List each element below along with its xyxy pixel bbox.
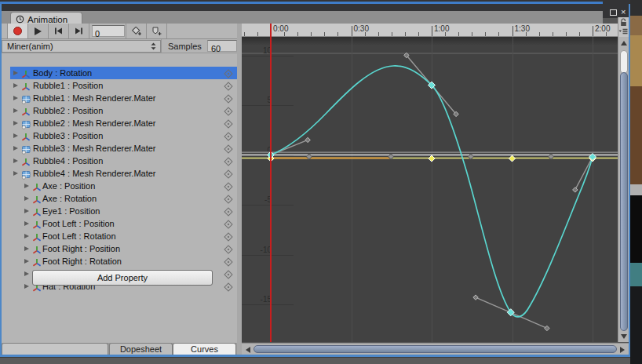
curve-editor-canvas[interactable]: 1050-5-10-15: [242, 37, 618, 342]
current-frame-field[interactable]: [92, 25, 125, 37]
transform-icon: [32, 181, 42, 191]
keyframe-yellow[interactable]: [509, 155, 516, 162]
vertical-scroll-thumb[interactable]: [620, 72, 628, 331]
foldout-arrow-icon[interactable]: [24, 259, 29, 264]
property-row-rubble2-mesh-renderer-mater[interactable]: Rubble2 : Mesh Renderer.Mater: [10, 117, 237, 129]
tangent-handle-icon[interactable]: [305, 137, 310, 142]
curve-key-indicator-icon[interactable]: [224, 270, 232, 278]
horizontal-scrollbar[interactable]: [242, 343, 629, 355]
tab-curves[interactable]: Curves: [173, 343, 236, 355]
clock-icon: [16, 15, 24, 24]
foldout-arrow-icon[interactable]: [24, 221, 29, 226]
curve-key-indicator-icon[interactable]: [224, 232, 232, 241]
close-icon[interactable]: ×: [621, 8, 626, 16]
view-mode-tab-bar: Dopesheet Curves: [2, 343, 237, 355]
property-label: Rubble1 : Position: [33, 81, 103, 90]
curve-key-indicator-icon[interactable]: [224, 282, 232, 291]
foldout-arrow-icon[interactable]: [24, 209, 29, 213]
property-row-axe-rotation[interactable]: Axe : Rotation: [10, 192, 237, 205]
scroll-right-arrow-icon[interactable]: [620, 347, 625, 353]
tangent-handle-line[interactable]: [575, 157, 593, 190]
curve-key-indicator-icon[interactable]: [224, 132, 232, 140]
current-frame-input[interactable]: [93, 29, 124, 39]
curve-key-indicator-icon[interactable]: [224, 82, 232, 90]
property-row-rubble3-position[interactable]: Rubble3 : Position: [10, 129, 237, 142]
foldout-arrow-icon[interactable]: [13, 96, 18, 100]
foldout-arrow-icon[interactable]: [24, 284, 29, 289]
curve-key-indicator-icon[interactable]: [224, 257, 232, 266]
property-row-eye1-position[interactable]: Eye1 : Position: [10, 205, 237, 217]
clip-dropdown[interactable]: Miner(anim): [2, 40, 161, 53]
foldout-arrow-icon[interactable]: [24, 184, 29, 188]
property-row-rubble3-mesh-renderer-mater[interactable]: Rubble3 : Mesh Renderer.Mater: [10, 142, 237, 155]
playhead-line[interactable]: [270, 37, 272, 342]
curve-key-indicator-icon[interactable]: [224, 195, 232, 203]
add-property-button[interactable]: Add Property: [32, 270, 213, 286]
foldout-arrow-icon[interactable]: [13, 121, 18, 126]
tangent-handle-icon[interactable]: [473, 295, 478, 300]
ruler-time-label: 1:00: [434, 24, 449, 33]
samples-field[interactable]: [207, 40, 237, 52]
curve-key-indicator-icon[interactable]: [224, 119, 232, 128]
lock-icon[interactable]: [619, 18, 628, 27]
curve-key-indicator-icon[interactable]: [224, 207, 232, 216]
property-row-axe-position[interactable]: Axe : Position: [10, 180, 237, 192]
curve-key-indicator-icon[interactable]: [224, 157, 232, 166]
add-keyframe-button[interactable]: [126, 24, 147, 38]
scroll-down-arrow-icon[interactable]: [621, 334, 627, 339]
property-row-foot-right-rotation[interactable]: Foot Right : Rotation: [10, 255, 237, 268]
foldout-arrow-icon[interactable]: [13, 158, 18, 163]
tangent-handle-icon[interactable]: [545, 326, 549, 330]
keyframe-yellow[interactable]: [429, 155, 435, 162]
desktop-background: [0, 357, 630, 364]
next-keyframe-button[interactable]: [68, 24, 89, 38]
vertical-scrollbar[interactable]: [618, 17, 629, 342]
panel-corner-icons: [618, 17, 629, 37]
curve-key-indicator-icon[interactable]: [224, 144, 232, 153]
property-row-foot-left-rotation[interactable]: Foot Left : Rotation: [10, 230, 237, 242]
foldout-arrow-icon[interactable]: [13, 83, 18, 88]
maximize-icon[interactable]: [610, 9, 617, 16]
previous-keyframe-button[interactable]: [48, 24, 69, 38]
tab-dopesheet[interactable]: Dopesheet: [109, 343, 173, 355]
property-row-rubble2-position[interactable]: Rubble2 : Position: [10, 104, 237, 117]
scroll-up-arrow-icon[interactable]: [621, 41, 627, 46]
curve-key-indicator-icon[interactable]: [224, 107, 232, 115]
property-row-rubble4-position[interactable]: Rubble4 : Position: [10, 155, 237, 167]
curve-key-indicator-icon[interactable]: [224, 245, 232, 253]
foldout-arrow-icon[interactable]: [13, 108, 18, 113]
scroll-left-arrow-icon[interactable]: [246, 347, 250, 353]
foldout-arrow-icon[interactable]: [13, 133, 18, 138]
property-row-foot-right-position[interactable]: Foot Right : Position: [10, 242, 237, 255]
property-row-rubble1-mesh-renderer-mater[interactable]: Rubble1 : Mesh Renderer.Mater: [10, 92, 237, 104]
foldout-arrow-icon[interactable]: [13, 171, 18, 176]
foldout-arrow-icon[interactable]: [13, 146, 18, 151]
context-menu-icon[interactable]: [618, 28, 628, 35]
desktop-background: [630, 184, 642, 195]
add-event-button[interactable]: [146, 24, 167, 38]
property-row-rubble4-mesh-renderer-mater[interactable]: Rubble4 : Mesh Renderer.Mater: [10, 167, 237, 180]
vertical-zoom-handle[interactable]: [620, 50, 628, 74]
record-button[interactable]: [7, 24, 28, 38]
tangent-handle-icon[interactable]: [573, 187, 578, 192]
foldout-arrow-icon[interactable]: [24, 246, 29, 251]
foldout-arrow-icon[interactable]: [24, 271, 29, 276]
property-row-rubble1-position[interactable]: Rubble1 : Position: [10, 79, 237, 92]
curve-key-indicator-icon[interactable]: [224, 69, 232, 78]
horizontal-scroll-thumb[interactable]: [254, 345, 617, 353]
body-rotation-curve[interactable]: [271, 66, 593, 317]
property-label: Foot Right : Rotation: [42, 257, 122, 266]
property-row-foot-left-position[interactable]: Foot Left : Position: [10, 217, 237, 230]
foldout-arrow-icon[interactable]: [13, 71, 18, 75]
curve-key-indicator-icon[interactable]: [224, 94, 232, 103]
curve-key-indicator-icon[interactable]: [224, 182, 232, 191]
timeline-ruler[interactable]: 0:000:301:001:302:00: [242, 24, 618, 37]
foldout-arrow-icon[interactable]: [24, 234, 29, 238]
curve-key-indicator-icon[interactable]: [224, 169, 232, 178]
curve-key-indicator-icon[interactable]: [224, 220, 232, 228]
play-button[interactable]: [27, 24, 49, 38]
playhead-ruler-marker[interactable]: [270, 24, 272, 37]
foldout-arrow-icon[interactable]: [24, 196, 29, 201]
property-row-body-rotation[interactable]: Body : Rotation: [10, 67, 237, 79]
samples-input[interactable]: [208, 44, 236, 54]
